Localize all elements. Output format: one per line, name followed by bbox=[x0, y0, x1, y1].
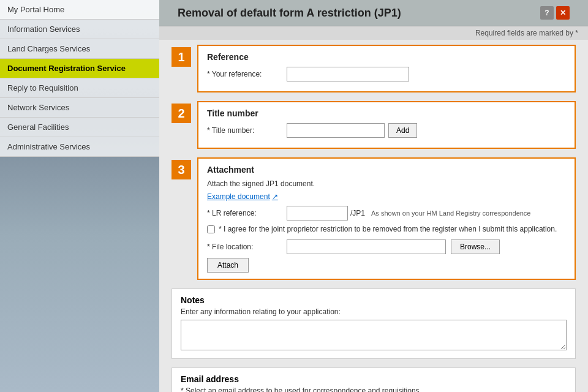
title-number-input[interactable] bbox=[287, 123, 385, 138]
reference-label: * Your reference: bbox=[207, 70, 287, 78]
step1-title: Reference bbox=[207, 52, 566, 62]
step1-section: 1 Reference * Your reference: bbox=[172, 45, 576, 92]
title-bar-icons: ? ✕ bbox=[540, 6, 570, 20]
notes-title: Notes bbox=[181, 295, 567, 305]
email-section: Email address * Select an email address … bbox=[172, 368, 576, 392]
sidebar-item-general-facilities[interactable]: General Facilities bbox=[0, 118, 159, 137]
required-note: Required fields are marked by * bbox=[159, 26, 588, 40]
email-description: * Select an email address to be used for… bbox=[181, 386, 567, 392]
agree-label: * I agree for the joint proprietor restr… bbox=[219, 224, 557, 235]
title-number-label: * Title number: bbox=[207, 126, 287, 135]
sidebar-item-information-services[interactable]: Information Services bbox=[0, 20, 159, 39]
lr-reference-input[interactable] bbox=[287, 206, 348, 221]
lr-suffix: /JP1 bbox=[350, 209, 365, 217]
step3-badge: 3 bbox=[172, 160, 191, 179]
sidebar: My Portal Home Information Services Land… bbox=[0, 0, 159, 392]
sidebar-item-land-charges-services[interactable]: Land Charges Services bbox=[0, 39, 159, 59]
step2-badge: 2 bbox=[172, 104, 191, 123]
help-button[interactable]: ? bbox=[540, 6, 554, 20]
add-title-button[interactable]: Add bbox=[388, 123, 417, 138]
agree-checkbox[interactable] bbox=[207, 225, 215, 233]
title-number-row: * Title number: Add bbox=[207, 123, 566, 138]
sidebar-item-document-registration-service[interactable]: Document Registration Service bbox=[0, 59, 159, 78]
step2-content: Title number * Title number: Add bbox=[197, 101, 576, 149]
notes-textarea[interactable] bbox=[181, 320, 567, 350]
notes-section: Notes Enter any information relating to … bbox=[172, 288, 576, 359]
file-location-row: * File location: Browse... bbox=[207, 239, 566, 254]
sidebar-item-my-portal-home[interactable]: My Portal Home bbox=[0, 0, 159, 20]
email-title: Email address bbox=[181, 374, 567, 384]
title-bar: Removal of default form A restriction (J… bbox=[159, 0, 588, 26]
lr-reference-label: * LR reference: bbox=[207, 209, 287, 217]
agree-checkbox-row: * I agree for the joint proprietor restr… bbox=[207, 224, 566, 235]
sidebar-item-administrative-services[interactable]: Administrative Services bbox=[0, 137, 159, 157]
step2-section: 2 Title number * Title number: Add bbox=[172, 101, 576, 149]
notes-description: Enter any information relating to your a… bbox=[181, 307, 567, 316]
step1-badge: 1 bbox=[172, 47, 191, 67]
page-title: Removal of default form A restriction (J… bbox=[178, 7, 401, 20]
sidebar-item-network-services[interactable]: Network Services bbox=[0, 98, 159, 118]
step3-section: 3 Attachment Attach the signed JP1 docum… bbox=[172, 157, 576, 280]
lr-hint: As shown on your HM Land Registry corres… bbox=[371, 209, 530, 217]
sidebar-item-reply-to-requisition[interactable]: Reply to Requisition bbox=[0, 78, 159, 98]
form-body: 1 Reference * Your reference: 2 Title nu… bbox=[159, 40, 588, 392]
step2-title: Title number bbox=[207, 108, 566, 118]
external-link-icon: ↗ bbox=[272, 192, 278, 201]
browse-button[interactable]: Browse... bbox=[451, 239, 500, 254]
file-location-label: * File location: bbox=[207, 243, 287, 251]
attach-button[interactable]: Attach bbox=[207, 258, 249, 273]
main-content: Removal of default form A restriction (J… bbox=[159, 0, 588, 392]
example-document-link[interactable]: Example document ↗ bbox=[207, 192, 278, 201]
step3-title: Attachment bbox=[207, 165, 566, 175]
attach-description: Attach the signed JP1 document. bbox=[207, 179, 566, 188]
step1-content: Reference * Your reference: bbox=[197, 45, 576, 92]
step3-content: Attachment Attach the signed JP1 documen… bbox=[197, 157, 576, 280]
file-location-input[interactable] bbox=[287, 239, 446, 254]
reference-row: * Your reference: bbox=[207, 67, 566, 81]
reference-input[interactable] bbox=[287, 67, 409, 81]
lr-reference-row: * LR reference: /JP1 As shown on your HM… bbox=[207, 206, 566, 221]
close-button[interactable]: ✕ bbox=[556, 6, 570, 20]
